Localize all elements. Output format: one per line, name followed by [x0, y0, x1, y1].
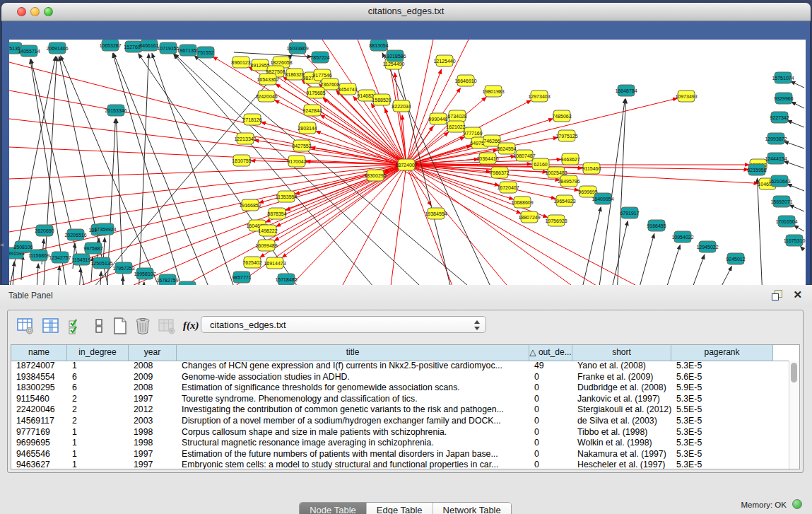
graph-node[interactable]: 16782759 — [156, 274, 178, 286]
row-height-icon[interactable] — [90, 317, 108, 335]
show-columns-icon[interactable] — [42, 317, 60, 335]
graph-node[interactable]: 18724007 — [395, 159, 417, 170]
graph-node[interactable]: 12505135 — [90, 257, 112, 269]
graph-node[interactable]: 12973403 — [528, 90, 550, 102]
column-header[interactable]: in_degree — [67, 345, 129, 361]
table-row[interactable]: 1872400712008Changes of HCN gene express… — [11, 361, 789, 372]
graph-node[interactable]: 8427552 — [292, 140, 311, 151]
graph-node[interactable]: 22420046 — [255, 90, 277, 102]
graph-node[interactable]: 19218586 — [384, 50, 406, 62]
graph-node[interactable]: 11156869 — [28, 250, 49, 261]
graph-node[interactable]: 19756928 — [545, 215, 567, 226]
table-row[interactable]: 969969511998Structural magnetic resonanc… — [11, 438, 789, 449]
graph-node[interactable]: 20364416 — [476, 153, 498, 164]
graph-node[interactable]: 14055714 — [18, 45, 40, 57]
column-header[interactable]: △ out_de... — [529, 345, 572, 361]
graph-node[interactable]: 10954022 — [671, 231, 693, 243]
graph-node[interactable]: 20206516 — [64, 229, 86, 240]
graph-node[interactable]: 28495796 — [558, 175, 579, 187]
graph-node[interactable]: 8222034 — [392, 100, 411, 112]
side-panel-collapse-icon[interactable]: ◂ — [0, 240, 4, 248]
graph-node[interactable]: 17359924 — [94, 223, 116, 235]
graph-node[interactable]: 8186328 — [285, 69, 304, 80]
graph-node[interactable]: 16543362 — [257, 74, 278, 85]
graph-node[interactable]: 16720407 — [497, 182, 519, 193]
graph-node[interactable]: 751552 — [197, 47, 214, 58]
graph-node[interactable]: 9166455 — [647, 220, 666, 231]
graph-node[interactable]: 18300295 — [364, 170, 386, 181]
graph-node[interactable]: 8454743 — [338, 83, 357, 95]
graph-node[interactable]: 10688609 — [511, 197, 533, 208]
table-row[interactable]: 1456911722003Disruption of a novel membe… — [11, 416, 789, 427]
graph-node[interactable]: 9463627 — [560, 153, 579, 165]
graph-node[interactable]: 1498222 — [258, 225, 277, 236]
graph-node[interactable]: 8215958 — [747, 164, 766, 175]
graph-node[interactable]: 17016504 — [775, 216, 797, 227]
graph-node[interactable]: 12945022 — [696, 241, 718, 252]
graph-node[interactable]: 10807487 — [513, 150, 535, 161]
graph-node[interactable]: 19671355 — [177, 45, 199, 56]
graph-node[interactable]: 9170042 — [287, 156, 306, 167]
table-scrollbar-thumb[interactable] — [791, 363, 797, 382]
graph-node[interactable]: 11675310 — [784, 235, 806, 246]
graph-node[interactable]: 9990448 — [428, 113, 447, 124]
graph-node[interactable]: 19801983 — [482, 86, 504, 97]
column-header[interactable]: name — [11, 345, 67, 361]
graph-node[interactable]: 1810755 — [232, 155, 251, 166]
graph-node[interactable]: 20691406 — [46, 42, 68, 54]
graph-node[interactable]: 16646910 — [454, 75, 476, 86]
graph-node[interactable]: 17957253 — [112, 262, 134, 274]
graph-node[interactable]: 8878354 — [267, 208, 286, 219]
graph-node[interactable]: 19166852 — [239, 199, 261, 211]
graph-node[interactable]: 12125440 — [433, 55, 455, 66]
graph-node[interactable]: 10653287 — [99, 40, 121, 51]
table-mode-icon[interactable] — [16, 317, 35, 335]
graph-node[interactable]: 9245012 — [726, 253, 745, 264]
table-row[interactable]: 946362711997Embryonic stem cells: a mode… — [11, 460, 789, 469]
graph-node[interactable]: 12093872 — [765, 133, 787, 144]
graph-node[interactable]: 6734028 — [447, 110, 466, 122]
graph-node[interactable]: 20153346 — [105, 105, 126, 116]
graph-node[interactable]: 16914473 — [264, 257, 286, 269]
column-header[interactable]: pagerank — [671, 345, 773, 361]
graph-node[interactable]: 19654923 — [553, 195, 575, 206]
graph-node[interactable]: 9242844 — [302, 105, 322, 116]
window-titlebar[interactable]: citations_edges.txt — [1, 3, 811, 21]
graph-node[interactable]: 17975125 — [555, 130, 577, 141]
graph-node[interactable]: 16409954 — [592, 193, 613, 204]
graph-node[interactable]: 7485063 — [552, 110, 571, 122]
graph-node[interactable]: 7857224 — [310, 52, 329, 63]
column-header[interactable]: short — [572, 345, 671, 361]
graph-node[interactable]: 2718126 — [242, 114, 261, 125]
graph-node[interactable]: 9227342 — [770, 112, 789, 123]
table-row[interactable]: 1830029562008Estimation of significance … — [11, 382, 789, 394]
column-header[interactable]: year — [129, 345, 177, 361]
graph-node[interactable]: 12213343 — [234, 133, 256, 144]
graph-node[interactable]: 746266 — [483, 135, 500, 146]
graph-node[interactable]: 12444154 — [765, 153, 787, 164]
graph-node[interactable]: 6791917 — [620, 207, 639, 218]
graph-node[interactable]: 16648784 — [615, 85, 637, 96]
graph-node[interactable]: 9329966 — [774, 93, 793, 104]
table-selector-dropdown[interactable]: citations_edges.txt — [201, 316, 486, 333]
graph-node[interactable]: 15692071 — [770, 196, 792, 207]
graph-node[interactable]: 15718485 — [275, 274, 297, 285]
graph-node[interactable]: 9175685 — [306, 87, 325, 98]
graph-node[interactable]: 7625402 — [242, 257, 261, 268]
table-row[interactable]: 2242004622012Investigating the contribut… — [11, 404, 789, 416]
graph-node[interactable]: 7986372 — [490, 167, 509, 178]
graph-node[interactable]: 8466161 — [139, 40, 158, 51]
new-column-icon[interactable] — [111, 317, 129, 335]
table-scrollbar[interactable] — [789, 361, 799, 469]
delete-column-icon[interactable] — [134, 317, 152, 335]
graph-node[interactable]: 10719155 — [157, 42, 179, 54]
graph-node[interactable]: 1588520 — [372, 94, 391, 105]
graph-node[interactable]: 9115460 — [582, 163, 601, 174]
table-row[interactable]: 911546021997Tourette syndrome. Phenomeno… — [11, 394, 789, 405]
graph-node[interactable]: 11353554 — [276, 191, 298, 202]
graph-node[interactable]: 2620650 — [35, 225, 54, 236]
close-panel-icon[interactable]: ✕ — [793, 288, 802, 301]
graph-node[interactable]: 16099489 — [255, 240, 277, 251]
network-canvas[interactable]: 1872400789601238912955182260589827508165… — [9, 40, 806, 298]
select-checks-icon[interactable] — [67, 317, 86, 335]
